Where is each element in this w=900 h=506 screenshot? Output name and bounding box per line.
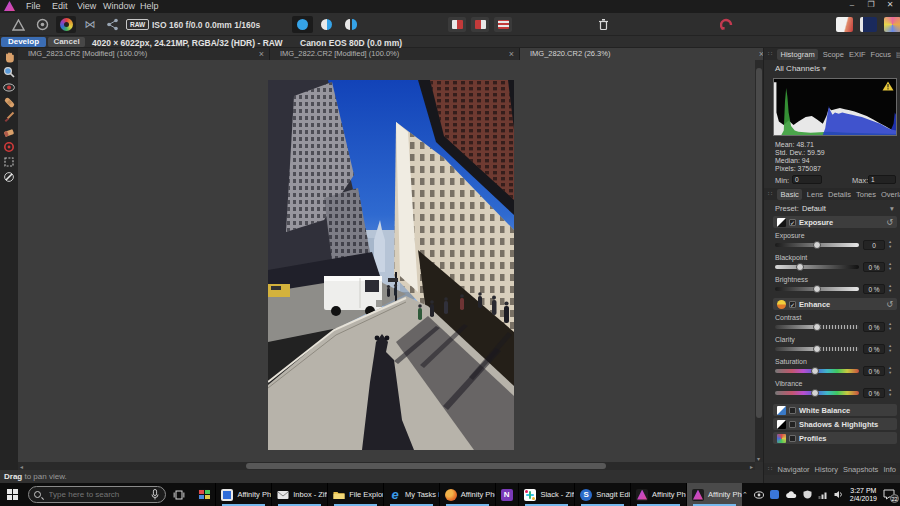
export-persona-icon[interactable] [102,16,122,33]
blackpoint-stepper[interactable]: ▴▾ [889,261,891,271]
menu-help[interactable]: Help [140,1,159,11]
photo-document[interactable] [268,80,514,450]
mirror-view-toggle[interactable] [340,16,361,33]
tab-navigator[interactable]: Navigator [777,465,809,474]
tab-details[interactable]: Details [828,190,851,199]
tab-info[interactable]: Info [883,465,896,474]
saturation-value[interactable]: 0 % [863,366,885,376]
panel-menu-icon[interactable]: ▤ [896,50,900,59]
exposure-section-header[interactable]: ✓ Exposure ↺ [773,216,897,228]
tab-history[interactable]: History [815,465,838,474]
overlay-erase-tool-icon[interactable] [1,125,17,139]
menu-view[interactable]: View [77,1,96,11]
onedrive-cloud-icon[interactable] [785,491,797,499]
brightness-stepper[interactable]: ▴▾ [889,283,891,293]
contrast-value[interactable]: 0 % [863,322,885,332]
overlay-gradient-tool-icon[interactable] [1,140,17,154]
clipped-shadows-toggle[interactable] [471,17,489,32]
channel-selector[interactable]: All Channels ▾ [775,64,826,73]
volume-icon[interactable] [834,490,844,499]
enhance-reset-icon[interactable]: ↺ [886,300,893,309]
max-input[interactable]: 1 [868,175,896,184]
studio-preset-light-icon[interactable] [836,17,853,32]
studio-preset-dark-icon[interactable] [860,17,877,32]
shadows-highlights-section-header[interactable]: Shadows & Highlights [773,418,897,430]
defender-shield-icon[interactable] [803,490,812,499]
restore-button[interactable]: ❐ [862,0,880,9]
close-button[interactable]: ✕ [881,0,899,9]
blemish-removal-tool-icon[interactable] [1,95,17,109]
taskbar-app-affinity-2[interactable]: Affinity Pho... [630,483,686,506]
histogram-plot[interactable] [773,78,897,136]
assistant-icon[interactable] [716,16,736,33]
profiles-checkbox[interactable] [789,435,796,442]
task-view-button[interactable] [166,483,192,506]
blackpoint-slider[interactable] [775,265,859,269]
contrast-stepper[interactable]: ▴▾ [889,321,891,331]
taskbar-app-onenote[interactable]: N [495,483,519,506]
tab-scope[interactable]: Scope [823,50,844,59]
start-button[interactable] [0,483,26,506]
clipped-highlights-toggle[interactable] [448,17,466,32]
enhance-section-header[interactable]: ✓ Enhance ↺ [773,298,897,310]
scroll-left-icon[interactable]: ◂ [20,463,23,470]
microphone-icon[interactable] [151,489,159,500]
preset-dropdown[interactable]: Default [802,204,826,213]
develop-persona-icon[interactable] [8,16,28,33]
doc-tab-2[interactable]: IMG_2822.CR2 [Modified] (100.0%) × [270,48,520,60]
store-button[interactable] [192,483,216,506]
single-view-toggle[interactable] [292,16,313,33]
exposure-value[interactable]: 0 [863,240,885,250]
taskbar-search[interactable] [28,486,167,503]
sampler-tool-icon[interactable] [1,170,17,184]
photo-persona-icon[interactable] [56,16,76,33]
view-tool-icon[interactable] [1,50,17,64]
taskbar-app-inbox[interactable]: Inbox - Ziff ... [271,483,327,506]
tab-exif[interactable]: EXIF [849,50,866,59]
saturation-slider[interactable] [775,369,859,373]
tab-basic[interactable]: Basic [777,189,801,200]
clipped-tones-toggle[interactable] [494,17,512,32]
white-balance-checkbox[interactable] [789,407,796,414]
clipping-warning-icon[interactable] [882,81,894,91]
tray-chevron-icon[interactable]: ⌃ [742,491,748,499]
tab-focus[interactable]: Focus [871,50,891,59]
doc-tab-3[interactable]: IMG_2820.CR2 (26.3%) × [520,48,770,60]
blackpoint-value[interactable]: 0 % [863,262,885,272]
taskbar-app-affinity-3-active[interactable]: Affinity Pho... [686,483,742,506]
doc-tab-1-close-icon[interactable]: × [259,48,264,60]
vibrance-stepper[interactable]: ▴▾ [889,387,891,397]
menu-window[interactable]: Window [103,1,135,11]
preset-chevron-icon[interactable]: ▾ [890,204,894,213]
develop-button[interactable]: Develop [1,37,46,47]
panel-grip-icon[interactable]: ∷ [768,50,772,58]
tone-mapping-persona-icon[interactable] [32,16,52,33]
horizontal-scroll-thumb[interactable] [246,463,606,469]
taskbar-app-file-explorer[interactable]: File Explorer [327,483,383,506]
horizontal-scrollbar[interactable]: ◂ ▸ [18,462,755,470]
crop-tool-icon[interactable] [1,155,17,169]
panel-grip-icon[interactable]: ∷ [768,465,772,473]
min-input[interactable]: 0 [792,175,822,184]
red-eye-removal-tool-icon[interactable] [1,80,17,94]
overlay-paint-tool-icon[interactable] [1,110,17,124]
profiles-section-header[interactable]: Profiles [773,432,897,444]
exposure-checkbox[interactable]: ✓ [789,219,796,226]
contrast-slider[interactable] [775,325,859,329]
white-balance-section-header[interactable]: White Balance [773,404,897,416]
exposure-stepper[interactable]: ▴▾ [889,239,891,249]
vibrance-value[interactable]: 0 % [863,388,885,398]
doc-tab-2-close-icon[interactable]: × [509,48,514,60]
tray-app-icon[interactable] [770,490,779,499]
taskbar-clock[interactable]: 3:27 PM 2/4/2019 [850,487,877,503]
brightness-slider[interactable] [775,287,859,291]
scroll-down-icon[interactable]: ▾ [757,455,760,462]
shadows-highlights-checkbox[interactable] [789,421,796,428]
cancel-button[interactable]: Cancel [48,37,85,47]
brightness-value[interactable]: 0 % [863,284,885,294]
doc-tab-1[interactable]: IMG_2823.CR2 [Modified] (100.0%) × [18,48,270,60]
zoom-tool-icon[interactable] [1,65,17,79]
taskbar-app-affinity-1[interactable]: Affinity Pho... [215,483,271,506]
taskbar-app-slack[interactable]: Slack - Ziff... [518,483,574,506]
vertical-scrollbar[interactable]: ▾ [755,60,763,462]
